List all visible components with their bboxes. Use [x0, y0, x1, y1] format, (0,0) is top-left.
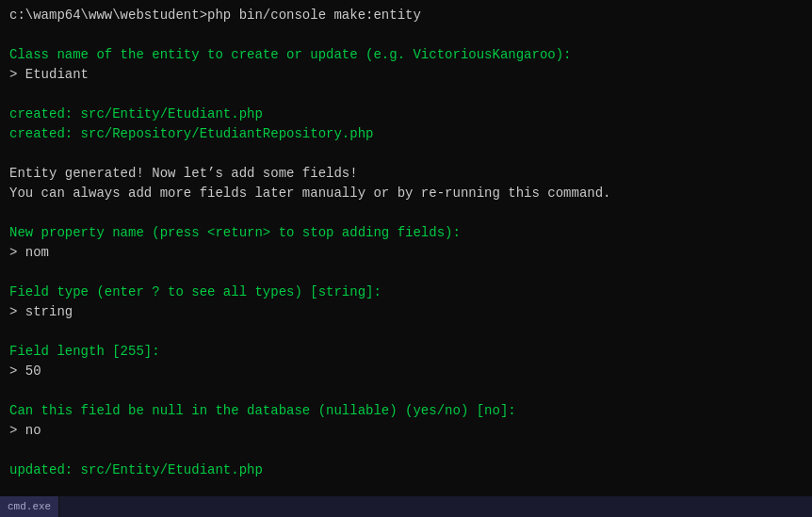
- terminal-line-blank3: [9, 144, 803, 164]
- taskbar: cmd.exe: [0, 496, 812, 517]
- terminal-line-entity-gen2: You can always add more fields later man…: [9, 184, 803, 203]
- terminal-line-input2: > nom: [9, 243, 803, 263]
- terminal-line-input4: > 50: [9, 362, 803, 381]
- terminal-line-created1: created: src/Entity/Etudiant.php: [9, 105, 803, 124]
- terminal-line-prompt5: Can this field be null in the database (…: [9, 401, 803, 421]
- terminal-line-blank5: [9, 263, 803, 283]
- terminal-line-blank4: [9, 203, 803, 223]
- terminal-line-created2: created: src/Repository/EtudiantReposito…: [9, 124, 803, 144]
- terminal-line-cmd-line: c:\wamp64\www\webstudent>php bin/console…: [9, 6, 803, 25]
- terminal-line-entity-gen1: Entity generated! Now let’s add some fie…: [9, 164, 803, 184]
- terminal-line-prompt1: Class name of the entity to create or up…: [9, 45, 803, 65]
- terminal-line-blank7: [9, 381, 803, 401]
- terminal-line-input1: > Etudiant: [9, 65, 803, 85]
- terminal-line-blank2: [9, 85, 803, 105]
- terminal-line-input3: > string: [9, 302, 803, 322]
- taskbar-cmd[interactable]: cmd.exe: [0, 496, 59, 517]
- terminal-line-blank6: [9, 322, 803, 342]
- terminal-line-prompt3: Field type (enter ? to see all types) [s…: [9, 283, 803, 302]
- terminal-line-prompt4: Field length [255]:: [9, 342, 803, 362]
- terminal-line-blank8: [9, 441, 803, 460]
- terminal-line-blank1: [9, 25, 803, 45]
- terminal-window: c:\wamp64\www\webstudent>php bin/console…: [0, 0, 812, 517]
- terminal-line-updated1: updated: src/Entity/Etudiant.php: [9, 460, 803, 480]
- terminal-line-input5: > no: [9, 421, 803, 441]
- terminal-line-prompt2: New property name (press <return> to sto…: [9, 223, 803, 243]
